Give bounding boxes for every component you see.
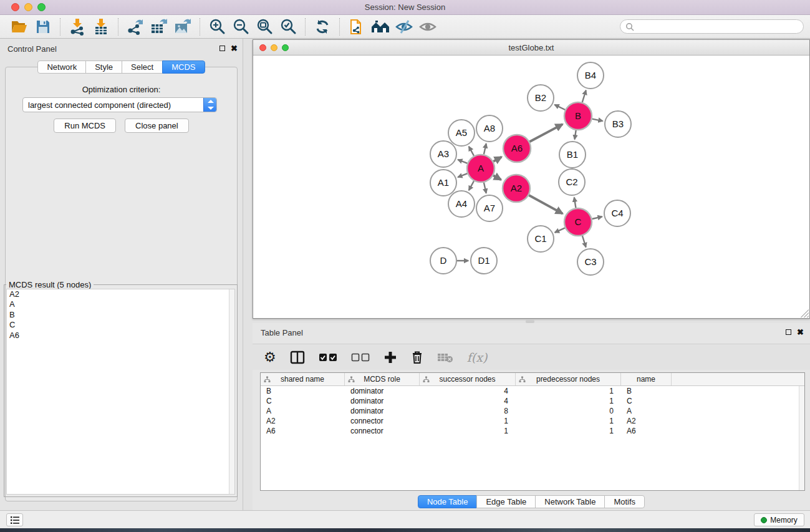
tab-motifs[interactable]: Motifs: [604, 495, 645, 508]
graph-node-D[interactable]: D: [430, 248, 456, 274]
close-panel-button[interactable]: Close panel: [125, 118, 189, 133]
table-cell[interactable]: 1: [516, 416, 621, 426]
column-header-successor-nodes[interactable]: successor nodes: [420, 373, 516, 385]
close-window-icon[interactable]: [11, 3, 19, 11]
graph-node-A2[interactable]: A2: [503, 175, 530, 202]
task-history-button[interactable]: [6, 513, 23, 526]
table-cell[interactable]: C: [621, 396, 672, 406]
save-session-icon[interactable]: [31, 17, 55, 37]
graph-edge-A-A3[interactable]: [458, 160, 467, 163]
column-header-shared-name[interactable]: shared name: [261, 373, 345, 385]
graph-node-A6[interactable]: A6: [503, 135, 531, 162]
refresh-icon[interactable]: [311, 17, 334, 37]
graph-edge-A-A8[interactable]: [484, 143, 486, 154]
zoom-fit-icon[interactable]: [253, 17, 276, 37]
table-cell[interactable]: B: [261, 386, 345, 396]
graph-node-C2[interactable]: C2: [559, 169, 585, 195]
import-table-icon[interactable]: [89, 17, 113, 37]
table-row[interactable]: Bdominator41B: [261, 386, 804, 396]
table-cell[interactable]: 1: [516, 426, 621, 436]
graph-node-C4[interactable]: C4: [604, 200, 630, 226]
graph-node-C[interactable]: C: [564, 208, 592, 236]
window-resize-grip[interactable]: [801, 309, 809, 317]
zoom-out-icon[interactable]: [229, 17, 253, 37]
zoom-in-icon[interactable]: [205, 17, 229, 37]
search-input[interactable]: [637, 22, 803, 31]
float-table-panel-icon[interactable]: [786, 329, 791, 335]
table-cell[interactable]: dominator: [345, 386, 420, 396]
graph-node-B[interactable]: B: [564, 102, 592, 130]
tab-node-table[interactable]: Node Table: [418, 495, 478, 508]
network-canvas[interactable]: B4B2BB3A5A8A6A3AB1A1C2A2A4A7CC4C1C3DD1: [253, 56, 809, 318]
table-cell[interactable]: A2: [261, 416, 345, 426]
result-list-scrollbar[interactable]: [229, 289, 234, 494]
result-list-item[interactable]: A: [7, 299, 234, 309]
graph-edge-B-B2[interactable]: [554, 105, 565, 110]
column-header-name[interactable]: name: [621, 373, 672, 385]
table-cell[interactable]: A: [261, 406, 345, 416]
graph-node-A3[interactable]: A3: [430, 141, 456, 167]
result-list-item[interactable]: A6: [7, 331, 234, 341]
tab-edge-table[interactable]: Edge Table: [476, 495, 536, 508]
delete-column-icon[interactable]: [411, 348, 423, 367]
graph-node-B1[interactable]: B1: [559, 142, 586, 168]
table-cell[interactable]: connector: [345, 416, 420, 426]
tab-select[interactable]: Select: [122, 60, 163, 74]
new-network-from-selection-icon[interactable]: [345, 17, 369, 37]
graph-node-A1[interactable]: A1: [430, 170, 456, 196]
graph-edge-A-A1[interactable]: [458, 173, 467, 177]
graph-edge-A-A6[interactable]: [493, 157, 501, 162]
tab-mcds[interactable]: MCDS: [162, 60, 205, 74]
add-column-icon[interactable]: [383, 348, 397, 367]
table-cell[interactable]: 4: [420, 396, 516, 406]
table-cell[interactable]: A2: [621, 416, 672, 426]
table-settings-gear-icon[interactable]: ⚙: [264, 348, 276, 367]
graph-node-C3[interactable]: C3: [577, 249, 604, 275]
graph-edge-A-A4[interactable]: [469, 181, 474, 190]
search-field[interactable]: [620, 19, 804, 34]
select-all-icon[interactable]: [319, 348, 337, 367]
first-neighbors-icon[interactable]: [369, 17, 392, 37]
graph-node-B2[interactable]: B2: [528, 85, 554, 111]
network-window-titlebar[interactable]: testGlobe.txt: [253, 40, 809, 56]
table-cell[interactable]: A6: [261, 426, 345, 436]
graph-edge-B-B3[interactable]: [592, 119, 603, 121]
graph-node-A8[interactable]: A8: [476, 115, 503, 142]
table-cell[interactable]: connector: [345, 426, 420, 436]
table-scrollbar[interactable]: [799, 386, 804, 490]
graph-edge-A2-C[interactable]: [529, 195, 562, 214]
graph-node-A7[interactable]: A7: [476, 195, 503, 221]
node-table[interactable]: shared nameMCDS rolesuccessor nodesprede…: [260, 372, 805, 491]
graph-edge-A-A7[interactable]: [484, 182, 486, 193]
graph-edge-A-A5[interactable]: [469, 147, 474, 156]
graph-edge-C-C2[interactable]: [574, 198, 576, 208]
graph-edge-C-C4[interactable]: [592, 216, 602, 219]
function-builder-icon[interactable]: f(x): [467, 348, 488, 367]
deselect-all-icon[interactable]: [351, 348, 370, 367]
export-image-icon[interactable]: [171, 17, 195, 37]
tab-network-table[interactable]: Network Table: [535, 495, 605, 508]
graph-node-A5[interactable]: A5: [448, 120, 475, 146]
export-table-icon[interactable]: [147, 17, 171, 37]
minimize-window-icon[interactable]: [24, 3, 32, 11]
graph-node-C1[interactable]: C1: [528, 226, 554, 252]
graph-edge-C-C3[interactable]: [582, 236, 586, 247]
zoom-window-icon[interactable]: [37, 3, 46, 11]
graph-edge-A6-B[interactable]: [529, 124, 562, 142]
result-list-item[interactable]: B: [7, 310, 234, 320]
show-all-icon[interactable]: [416, 17, 440, 37]
table-cell[interactable]: dominator: [345, 406, 420, 416]
export-network-icon[interactable]: [123, 17, 147, 37]
table-row[interactable]: Cdominator41C: [261, 396, 804, 406]
float-panel-icon[interactable]: [219, 46, 225, 51]
table-cell[interactable]: 4: [420, 386, 516, 396]
table-cell[interactable]: A: [621, 406, 672, 416]
graph-node-D1[interactable]: D1: [471, 248, 497, 274]
table-row[interactable]: A6connector11A6: [261, 426, 804, 436]
table-cell[interactable]: 1: [420, 426, 516, 436]
open-session-icon[interactable]: [7, 17, 31, 37]
result-list-item[interactable]: C: [7, 320, 234, 330]
table-cell[interactable]: A6: [621, 426, 672, 436]
column-header-predecessor-nodes[interactable]: predecessor nodes: [516, 373, 621, 385]
mcds-result-list[interactable]: A2ABCA6: [6, 289, 235, 495]
